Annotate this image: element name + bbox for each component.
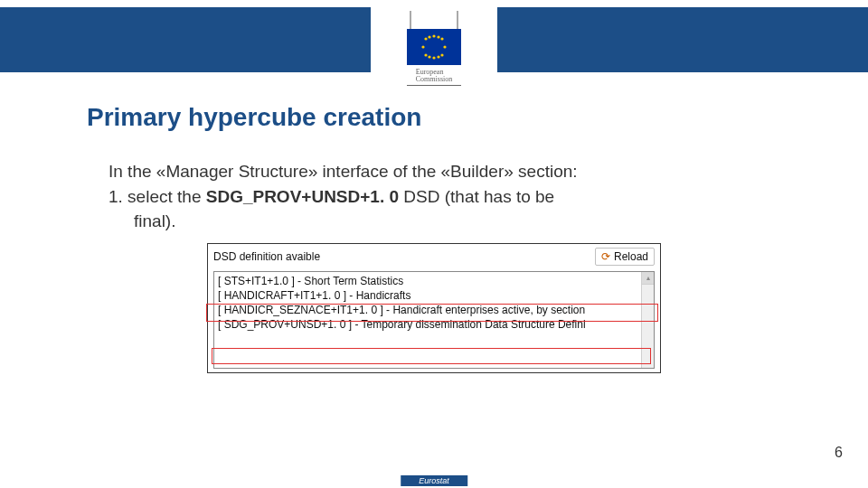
eu-flag-icon xyxy=(407,29,461,65)
svg-point-11 xyxy=(437,35,439,38)
list-item[interactable]: [ HANDICR_SEZNACE+IT1+1. 0 ] - Handicraf… xyxy=(218,303,639,317)
svg-point-12 xyxy=(428,55,430,58)
step-prefix: 1. select the xyxy=(108,187,206,206)
step-suffix-b: final). xyxy=(134,209,760,234)
svg-point-1 xyxy=(432,56,435,59)
header-band: EuropeanCommission xyxy=(0,0,868,72)
dsd-listbox[interactable]: [ STS+IT1+1.0 ] - Short Term Statistics … xyxy=(213,271,655,369)
body-text: In the «Manager Structure» interface of … xyxy=(108,159,760,234)
page-title: Primary hypercube creation xyxy=(87,103,868,132)
svg-point-13 xyxy=(437,55,439,58)
reload-icon: ⟳ xyxy=(601,250,610,263)
ec-logo: EuropeanCommission xyxy=(371,7,497,92)
reload-label: Reload xyxy=(614,250,648,263)
svg-point-0 xyxy=(432,34,435,37)
page-number: 6 xyxy=(835,445,843,461)
svg-point-10 xyxy=(428,35,430,38)
svg-point-4 xyxy=(424,37,427,40)
svg-point-7 xyxy=(440,53,443,56)
svg-point-2 xyxy=(421,45,424,48)
list-item[interactable]: [ STS+IT1+1.0 ] - Short Term Statistics xyxy=(218,274,639,288)
ec-logo-text: EuropeanCommission xyxy=(416,69,452,83)
step-bold: SDG_PROV+UNSD+1. 0 xyxy=(206,187,399,206)
panel-label: DSD definition avaible xyxy=(213,250,320,263)
svg-point-5 xyxy=(440,37,443,40)
reload-button[interactable]: ⟳ Reload xyxy=(595,248,655,266)
scroll-up-icon[interactable]: ▴ xyxy=(642,272,654,285)
list-item[interactable]: [ HANDICRAFT+IT1+1. 0 ] - Handicrafts xyxy=(218,288,639,303)
svg-point-3 xyxy=(443,45,446,48)
footer-badge: Eurostat xyxy=(401,475,467,486)
intro-line: In the «Manager Structure» interface of … xyxy=(108,162,578,181)
svg-point-6 xyxy=(424,53,427,56)
step-suffix-a: DSD (that has to be xyxy=(399,187,554,206)
header-top-strip xyxy=(0,0,868,7)
scrollbar[interactable]: ▴ xyxy=(641,272,654,368)
dsd-panel: DSD definition avaible ⟳ Reload [ STS+IT… xyxy=(207,243,661,373)
list-item[interactable]: [ SDG_PROV+UNSD+1. 0 ] - Temporary disse… xyxy=(218,317,639,332)
